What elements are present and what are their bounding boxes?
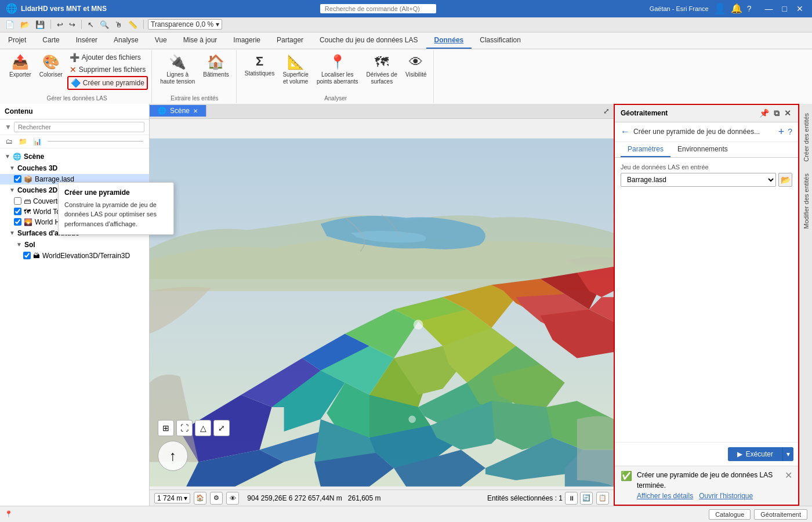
map-viewport[interactable]: ⊞ ⛶ △ ⤢ ↑ 1 724 m ▾ 🏠 ⚙ 👁 9 [150, 119, 614, 506]
barrage-lasd-checkbox[interactable] [14, 175, 21, 183]
tab-projet[interactable]: Projet [0, 32, 34, 49]
coords-label: 904 259,26E 6 272 657,44N m [247, 494, 342, 502]
table-icon-button[interactable]: 📋 [596, 492, 609, 505]
world-topo-checkbox[interactable] [14, 208, 21, 215]
geo-pin-button[interactable]: 📌 [758, 108, 770, 118]
supprimer-fichiers-button[interactable]: ✕ Supprimer les fichiers [67, 64, 148, 75]
pause-button[interactable]: ⏸ [565, 492, 578, 505]
visibilite-button[interactable]: 👁 Visibilité [402, 52, 430, 81]
lignes-haute-tension-button[interactable]: 🔌 Lignes àhaute tension [157, 52, 198, 88]
world-hillshade-checkbox[interactable] [14, 218, 21, 226]
zoom-selection-button[interactable]: ⛶ [176, 420, 193, 436]
scene-arrow-icon: ▼ [5, 153, 10, 160]
ribbon-content: 📤 Exporter 🎨 Coloriser ➕ Ajouter des fic… [0, 49, 812, 104]
ajouter-fichiers-button[interactable]: ➕ Ajouter des fichiers [67, 52, 148, 63]
zoom-previous-button[interactable]: △ [195, 420, 211, 436]
compass-control[interactable]: ↑ [158, 441, 188, 471]
map-settings-button[interactable]: ⚙ [210, 492, 223, 505]
command-search-input[interactable] [320, 4, 436, 13]
help-icon[interactable]: ? [747, 4, 752, 13]
world-elevation-checkbox[interactable] [23, 252, 31, 259]
statistiques-button[interactable]: Σ Statistiques [241, 52, 278, 79]
couches-3d-label: Couches 3D [17, 164, 57, 172]
geo-input-select[interactable]: Barrage.lasd [621, 173, 776, 187]
notification-history-link[interactable]: Ouvrir l'historique [699, 492, 753, 500]
geo-back-button[interactable]: ← [621, 126, 630, 137]
localiser-points-button[interactable]: 📍 Localiser lespoints aberrants [313, 52, 362, 88]
creer-entites-tab[interactable]: Créer des entités [801, 108, 811, 166]
scene-tab-close-icon[interactable]: ✕ [193, 108, 198, 114]
transparency-dropdown[interactable]: Transparence 0,0 % ▾ [148, 19, 222, 30]
status-geotraitement-button[interactable]: Géotraitement [754, 509, 807, 520]
modifier-entites-tab[interactable]: Modifier des entités [801, 169, 811, 233]
status-catalogue-button[interactable]: Catalogue [709, 509, 751, 520]
derivees-surfaces-button[interactable]: 🗺 Dérivées desurfaces [363, 52, 401, 88]
tab-inserer[interactable]: Insérer [68, 32, 106, 49]
tab-imagerie[interactable]: Imagerie [225, 32, 269, 49]
geo-close-button[interactable]: ✕ [783, 108, 792, 118]
notification-close-button[interactable]: ✕ [785, 470, 792, 481]
tab-mise-a-jour[interactable]: Mise à jour [175, 32, 226, 49]
layer-visibility-button[interactable]: 👁 [226, 492, 239, 505]
gerer-group-label: Gérer les données LAS [47, 93, 107, 102]
tab-carte[interactable]: Carte [34, 32, 67, 49]
sol-header[interactable]: ▼ Sol [0, 239, 149, 251]
go-home-button[interactable]: 🏠 [194, 492, 206, 505]
tab-donnees[interactable]: Données [426, 32, 472, 49]
tab-vue[interactable]: Vue [147, 32, 175, 49]
sidebar-search-input[interactable] [14, 122, 144, 132]
coloriser-button[interactable]: 🎨 Coloriser [36, 52, 66, 81]
geo-panel-tabs: Paramètres Environnements [615, 142, 798, 158]
supprimer-icon: ✕ [70, 65, 77, 74]
close-button[interactable]: ✕ [793, 4, 806, 13]
expand-button[interactable]: ⤢ [213, 420, 230, 436]
creer-pyramide-button[interactable]: 🔷 Créer une pyramide [67, 76, 148, 90]
sidebar-add-layer-button[interactable]: 🗂 [3, 136, 15, 147]
open-button[interactable]: 📂 [19, 20, 31, 30]
maximize-button[interactable]: □ [780, 4, 790, 13]
tab-couche-jeu-las[interactable]: Couche du jeu de données LAS [311, 32, 426, 49]
zoom-extent-button[interactable]: ⊞ [158, 420, 174, 436]
measure-button[interactable]: 📏 [126, 20, 139, 30]
geo-help-button[interactable]: ? [788, 127, 792, 136]
batiments-button[interactable]: 🏠 Bâtiments [200, 52, 232, 81]
geo-execute-button[interactable]: ▶ Exécuter [728, 447, 782, 461]
new-project-button[interactable]: 📄 [3, 20, 16, 30]
tab-analyse[interactable]: Analyse [106, 32, 147, 49]
couches-3d-header[interactable]: ▼ Couches 3D [0, 162, 149, 174]
scene-tab[interactable]: 🌐 Scène ✕ [150, 105, 206, 117]
notification-details-link[interactable]: Afficher les détails [637, 492, 693, 500]
notification-text-area: Créer une pyramide de jeu de données LAS… [637, 470, 780, 501]
select-button[interactable]: 🖱 [113, 20, 124, 30]
geo-browse-button[interactable]: 📂 [778, 173, 792, 187]
tab-classification[interactable]: Classification [472, 32, 529, 49]
ribbon-group-extraire: 🔌 Lignes àhaute tension 🏠 Bâtiments Extr… [153, 50, 237, 103]
tab-partager[interactable]: Partager [269, 32, 311, 49]
couverture-lidar-checkbox[interactable] [14, 197, 21, 205]
exporter-button[interactable]: 📤 Exporter [6, 52, 35, 81]
geo-execute-arrow-button[interactable]: ▾ [783, 447, 793, 461]
surface-volume-button[interactable]: 📐 Superficieet volume [279, 52, 311, 88]
geo-panel-header-buttons: 📌 ⧉ ✕ [758, 108, 792, 118]
scene-section-header[interactable]: ▼ 🌐 Scène [0, 151, 149, 162]
expand-view-button[interactable]: ⤢ [601, 106, 611, 116]
sidebar-group-button[interactable]: 📁 [16, 136, 30, 147]
transparency-label: Transparence [151, 20, 194, 28]
save-button[interactable]: 💾 [34, 20, 46, 30]
sidebar-table-button[interactable]: 📊 [31, 136, 44, 147]
notification-bell-icon[interactable]: 🔔 [731, 3, 742, 14]
scene-label: Scène [24, 153, 44, 161]
pointer-button[interactable]: ↖ [86, 20, 96, 30]
undo-button[interactable]: ↩ [55, 20, 65, 30]
geo-tab-environnements[interactable]: Environnements [670, 142, 735, 157]
geo-add-button[interactable]: + [778, 126, 785, 138]
scale-dropdown[interactable]: 1 724 m ▾ [154, 493, 190, 503]
explore-button[interactable]: 🔍 [98, 20, 111, 30]
refresh-button[interactable]: 🔄 [580, 492, 593, 505]
sidebar-header: Contenu [0, 104, 149, 119]
minimize-button[interactable]: — [762, 4, 776, 13]
world-elevation-item[interactable]: 🏔 WorldElevation3D/Terrain3D [0, 251, 149, 261]
redo-button[interactable]: ↪ [67, 20, 77, 30]
geo-undock-button[interactable]: ⧉ [773, 108, 781, 118]
geo-tab-parametres[interactable]: Paramètres [621, 142, 670, 157]
